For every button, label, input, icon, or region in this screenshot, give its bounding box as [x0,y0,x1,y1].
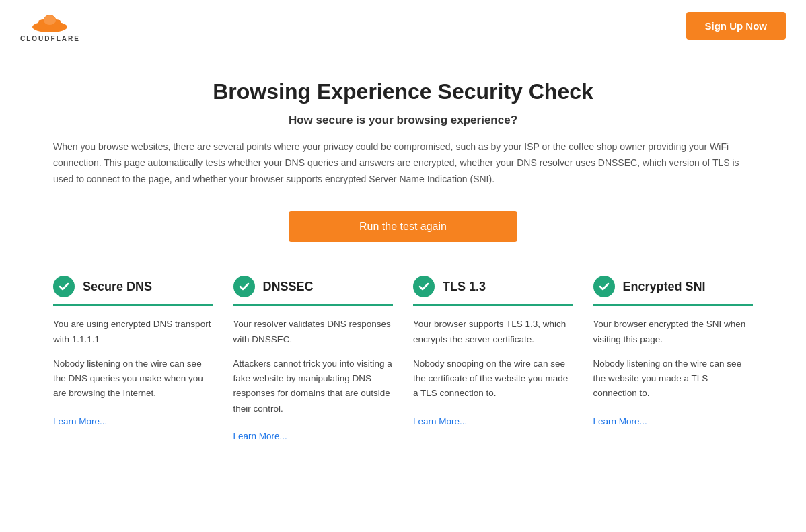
learn-more-encrypted-sni[interactable]: Learn More... [593,416,647,426]
card-title-encrypted-sni: Encrypted SNI [623,280,706,294]
logo-text: CLOUDFLARE [20,35,80,42]
checkmark-icon [598,280,610,293]
check-circle-secure-dns [53,276,75,297]
card-header-tls13: TLS 1.3 [413,276,573,297]
check-circle-encrypted-sni [593,276,615,297]
page-title: Browsing Experience Security Check [53,79,753,104]
svg-point-4 [44,15,56,25]
page-subtitle: How secure is your browsing experience? [53,114,753,127]
run-test-button[interactable]: Run the test again [289,211,517,242]
card-secure-dns: Secure DNS You are using encrypted DNS t… [53,276,213,442]
signup-button[interactable]: Sign Up Now [686,12,786,40]
card-divider-dnssec [233,304,394,306]
logo: CLOUDFLARE [20,9,80,42]
card-divider-tls13 [413,304,573,306]
card-text1-secure-dns: You are using encrypted DNS transport wi… [53,317,213,347]
card-encrypted-sni: Encrypted SNI Your browser encrypted the… [593,276,754,442]
card-divider-secure-dns [53,304,213,306]
card-header-dnssec: DNSSEC [233,276,394,297]
card-text2-encrypted-sni: Nobody listening on the wire can see the… [593,356,754,402]
card-text2-tls13: Nobody snooping on the wire can see the … [413,356,573,402]
checkmark-icon [418,280,430,293]
run-test-container: Run the test again [53,211,753,242]
learn-more-tls13[interactable]: Learn More... [413,416,467,426]
card-text2-dnssec: Attackers cannot trick you into visiting… [233,356,394,416]
header: CLOUDFLARE Sign Up Now [0,0,806,52]
checkmark-icon [58,280,70,293]
card-dnssec: DNSSEC Your resolver validates DNS respo… [233,276,394,442]
check-circle-dnssec [233,276,255,297]
card-text1-tls13: Your browser supports TLS 1.3, which enc… [413,317,573,347]
card-text2-secure-dns: Nobody listening on the wire can see the… [53,356,213,402]
cards-grid: Secure DNS You are using encrypted DNS t… [53,276,753,442]
card-divider-encrypted-sni [593,304,754,306]
card-text1-dnssec: Your resolver validates DNS responses wi… [233,317,394,347]
card-title-dnssec: DNSSEC [263,280,314,294]
learn-more-secure-dns[interactable]: Learn More... [53,416,107,426]
cloudflare-logo-icon [30,9,70,34]
card-text1-encrypted-sni: Your browser encrypted the SNI when visi… [593,317,754,347]
card-title-secure-dns: Secure DNS [83,280,152,294]
page-description: When you browse websites, there are seve… [53,139,753,187]
card-header-secure-dns: Secure DNS [53,276,213,297]
card-header-encrypted-sni: Encrypted SNI [593,276,754,297]
check-circle-tls13 [413,276,435,297]
card-title-tls13: TLS 1.3 [443,280,486,294]
card-tls13: TLS 1.3 Your browser supports TLS 1.3, w… [413,276,573,442]
learn-more-dnssec[interactable]: Learn More... [233,431,287,441]
checkmark-icon [238,280,250,293]
main-content: Browsing Experience Security Check How s… [33,52,773,482]
